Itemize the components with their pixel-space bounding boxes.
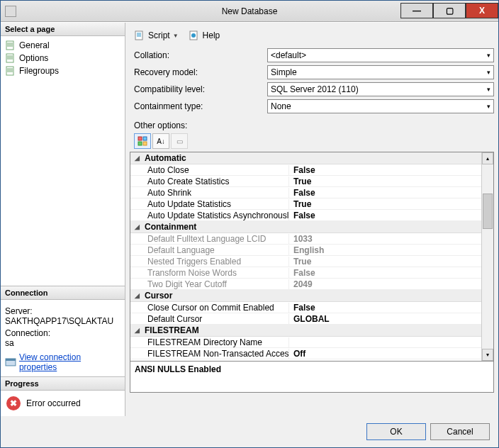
script-button[interactable]: Script ▼: [131, 28, 181, 43]
collapse-icon: ◢: [135, 155, 140, 162]
select-page-heading: Select a page: [1, 23, 125, 36]
view-connection-properties-link[interactable]: View connection properties: [5, 352, 120, 372]
options-property-grid[interactable]: ◢AutomaticAuto CloseFalseAuto Create Sta…: [130, 152, 494, 362]
svg-rect-4: [6, 359, 16, 361]
help-button[interactable]: Help: [186, 28, 223, 43]
categorized-view-button[interactable]: [134, 133, 151, 149]
grid-key: FILESTREAM Non-Transacted Access: [130, 349, 289, 359]
grid-row[interactable]: FILESTREAM Directory Name: [130, 337, 481, 348]
grid-value[interactable]: False: [289, 268, 481, 278]
cancel-button[interactable]: Cancel: [430, 423, 490, 440]
window-title: New Database: [222, 6, 278, 16]
connection-heading: Connection: [1, 286, 125, 300]
grid-row[interactable]: Default LanguageEnglish: [130, 245, 481, 256]
grid-key: Default Fulltext Language LCID: [130, 234, 289, 244]
grid-row[interactable]: FILESTREAM Non-Transacted AccessOff: [130, 348, 481, 359]
recovery-model-select[interactable]: Simple▾: [267, 65, 494, 79]
grid-row[interactable]: Auto ShrinkFalse: [130, 187, 481, 198]
titlebar[interactable]: New Database — ▢ X: [1, 1, 498, 22]
grid-value[interactable]: True: [289, 177, 481, 186]
grid-key: Auto Shrink: [130, 188, 289, 198]
grid-row[interactable]: Default CursorGLOBAL: [130, 313, 481, 325]
grid-value[interactable]: False: [289, 211, 481, 220]
grid-row[interactable]: Transform Noise WordsFalse: [130, 267, 481, 279]
scroll-thumb[interactable]: [483, 194, 493, 229]
property-description: ANSI NULLS Enabled: [130, 362, 494, 393]
sidebar-item-filegroups[interactable]: Filegroups: [2, 65, 123, 77]
ok-button[interactable]: OK: [366, 423, 426, 440]
progress-status: Error occurred: [26, 398, 81, 408]
connection-label: Connection:: [5, 328, 120, 338]
page-icon: [5, 65, 16, 77]
grid-key: Default Language: [130, 245, 289, 255]
properties-icon: [5, 357, 16, 368]
collapse-icon: ◢: [135, 292, 140, 299]
svg-rect-5: [135, 31, 142, 40]
grid-key: FILESTREAM Directory Name: [130, 337, 289, 347]
grid-value[interactable]: False: [289, 165, 481, 175]
sidebar-item-label: General: [19, 40, 50, 50]
grid-value[interactable]: 1033: [289, 234, 481, 244]
grid-value[interactable]: True: [289, 257, 481, 267]
grid-section-header[interactable]: ◢Automatic: [130, 152, 481, 164]
grid-key: Auto Create Statistics: [130, 177, 289, 186]
collation-label: Collation:: [130, 50, 267, 60]
grid-value[interactable]: False: [289, 188, 481, 198]
sidebar: Select a page General Options Filegroups…: [1, 23, 125, 416]
collapse-icon: ◢: [135, 223, 140, 230]
grid-row[interactable]: Default Fulltext Language LCID1033: [130, 233, 481, 245]
svg-rect-1: [6, 54, 13, 62]
grid-row[interactable]: Auto CloseFalse: [130, 164, 481, 176]
chevron-down-icon: ▾: [487, 86, 490, 93]
containment-type-label: Containment type:: [130, 101, 267, 111]
svg-rect-2: [6, 67, 13, 75]
server-label: Server:: [5, 306, 120, 316]
grid-row[interactable]: Close Cursor on Commit EnabledFalse: [130, 302, 481, 313]
minimize-button[interactable]: —: [400, 3, 433, 18]
svg-rect-8: [138, 137, 142, 140]
new-database-dialog: New Database — ▢ X Select a page General…: [0, 0, 499, 448]
grid-key: Auto Close: [130, 165, 289, 175]
chevron-down-icon: ▾: [487, 69, 490, 76]
compatibility-level-select[interactable]: SQL Server 2012 (110)▾: [267, 82, 494, 96]
help-icon: [189, 30, 200, 41]
scroll-up-button[interactable]: ▴: [482, 152, 493, 164]
grid-row[interactable]: Two Digit Year Cutoff2049: [130, 279, 481, 290]
grid-section-header[interactable]: ◢Containment: [130, 221, 481, 233]
grid-value[interactable]: False: [289, 303, 481, 313]
sidebar-item-label: Options: [19, 53, 48, 63]
compatibility-level-label: Compatibility level:: [130, 84, 267, 94]
grid-row[interactable]: Auto Update StatisticsTrue: [130, 198, 481, 210]
grid-row[interactable]: Auto Create StatisticsTrue: [130, 176, 481, 187]
collation-select[interactable]: <default>▾: [267, 48, 494, 62]
scroll-down-button[interactable]: ▾: [482, 349, 493, 361]
svg-rect-10: [138, 142, 142, 145]
grid-row[interactable]: Nested Triggers EnabledTrue: [130, 256, 481, 267]
connection-value: sa: [5, 338, 120, 348]
grid-key: Default Cursor: [130, 314, 289, 324]
collapse-icon: ◢: [135, 327, 140, 334]
svg-rect-0: [6, 41, 13, 50]
sidebar-item-general[interactable]: General: [2, 39, 123, 52]
close-button[interactable]: X: [466, 3, 498, 18]
property-pages-button[interactable]: ▭: [171, 133, 188, 149]
grid-row[interactable]: Auto Update Statistics AsynchronouslyFal…: [130, 210, 481, 221]
vertical-scrollbar[interactable]: ▴ ▾: [481, 152, 493, 361]
script-icon: [134, 30, 145, 41]
grid-section-header[interactable]: ◢FILESTREAM: [130, 325, 481, 337]
grid-value[interactable]: English: [289, 245, 481, 255]
grid-value[interactable]: Off: [289, 349, 481, 359]
chevron-down-icon: ▾: [487, 52, 490, 59]
grid-section-header[interactable]: ◢Cursor: [130, 290, 481, 302]
connection-info: Server: SAKTHQAPP17\SQLAKTAU Connection:…: [1, 300, 125, 376]
grid-value[interactable]: 2049: [289, 279, 481, 289]
sidebar-item-options[interactable]: Options: [2, 52, 123, 65]
alphabetical-view-button[interactable]: A↓: [152, 133, 169, 149]
sidebar-item-label: Filegroups: [19, 66, 59, 76]
grid-key: Transform Noise Words: [130, 268, 289, 278]
containment-type-select[interactable]: None▾: [267, 99, 494, 113]
grid-value[interactable]: GLOBAL: [289, 314, 481, 324]
maximize-button[interactable]: ▢: [433, 3, 466, 18]
chevron-down-icon: ▼: [173, 33, 179, 39]
grid-value[interactable]: True: [289, 199, 481, 209]
